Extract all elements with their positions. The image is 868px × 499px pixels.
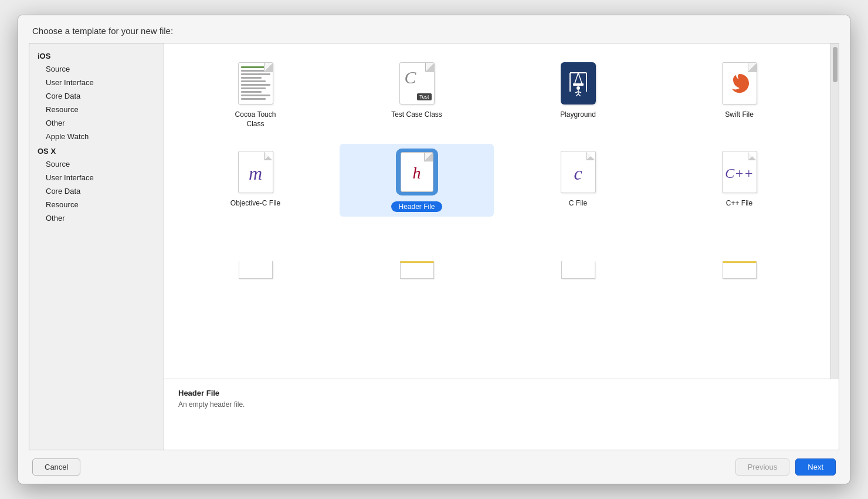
svg-line-11 xyxy=(578,94,581,96)
c-file-icon: c xyxy=(557,149,599,195)
template-swift-file[interactable]: Swift File xyxy=(662,55,816,133)
sidebar-item-osx-resource[interactable]: Resource xyxy=(29,198,164,211)
sidebar-item-ios-other[interactable]: Other xyxy=(29,116,164,130)
template-partial-1[interactable] xyxy=(178,227,333,287)
dialog-body: iOS Source User Interface Core Data Reso… xyxy=(29,43,839,450)
sidebar-item-osx-other[interactable]: Other xyxy=(29,211,164,225)
svg-line-3 xyxy=(575,73,578,83)
template-partial-3[interactable] xyxy=(501,227,655,287)
template-cpp-file[interactable]: C++ C++ File xyxy=(662,144,816,217)
header-file-icon: h xyxy=(396,149,438,195)
sidebar: iOS Source User Interface Core Data Reso… xyxy=(29,43,164,450)
button-group: Previous Next xyxy=(735,458,836,476)
swift-file-label: Swift File xyxy=(725,110,754,120)
svg-point-6 xyxy=(577,86,580,90)
template-grid: Cocoa TouchClass C Test Test Case Class xyxy=(178,55,816,287)
template-playground[interactable]: Playground xyxy=(501,55,655,133)
cpp-file-label: C++ File xyxy=(726,199,752,208)
sidebar-item-osx-coredata[interactable]: Core Data xyxy=(29,184,164,198)
description-title: Header File xyxy=(178,389,825,397)
sidebar-item-osx-ui[interactable]: User Interface xyxy=(29,171,164,184)
template-header-file[interactable]: h Header File xyxy=(340,144,494,217)
template-partial-2[interactable] xyxy=(340,227,494,287)
swift-file-icon xyxy=(718,60,761,107)
template-partial-4[interactable] xyxy=(662,227,816,287)
sidebar-item-ios-ui[interactable]: User Interface xyxy=(29,76,164,89)
sidebar-item-ios-resource[interactable]: Resource xyxy=(29,103,164,116)
test-case-class-label: Test Case Class xyxy=(391,110,442,120)
test-case-class-icon: C Test xyxy=(396,60,438,107)
previous-button[interactable]: Previous xyxy=(735,458,790,476)
partial-icon-4 xyxy=(718,232,761,279)
sidebar-group-ios[interactable]: iOS xyxy=(29,48,164,62)
template-cocoa-touch-class[interactable]: Cocoa TouchClass xyxy=(178,55,333,133)
partial-icon-3 xyxy=(557,232,599,279)
svg-rect-5 xyxy=(573,83,584,86)
sidebar-item-ios-applewatch[interactable]: Apple Watch xyxy=(29,130,164,143)
next-button[interactable]: Next xyxy=(795,458,836,476)
c-file-label: C File xyxy=(569,199,587,208)
cocoa-touch-class-label: Cocoa TouchClass xyxy=(235,110,276,129)
template-test-case-class[interactable]: C Test Test Case Class xyxy=(340,55,494,133)
description-text: An empty header file. xyxy=(178,400,825,409)
cocoa-touch-class-icon xyxy=(235,60,277,107)
description-area: Header File An empty header file. xyxy=(164,379,839,450)
svg-line-4 xyxy=(578,73,582,83)
playground-icon xyxy=(557,60,599,107)
sidebar-group-osx[interactable]: OS X xyxy=(29,143,164,157)
template-grid-container: Cocoa TouchClass C Test Test Case Class xyxy=(164,43,830,379)
partial-icon-1 xyxy=(235,232,277,279)
sidebar-item-ios-source[interactable]: Source xyxy=(29,62,164,76)
scrollbar-thumb[interactable] xyxy=(833,47,838,82)
objc-file-label: Objective-C File xyxy=(230,199,280,208)
main-area: Cocoa TouchClass C Test Test Case Class xyxy=(164,43,839,450)
partial-icon-2 xyxy=(396,232,438,279)
cancel-button[interactable]: Cancel xyxy=(32,458,80,476)
dialog-footer: Cancel Previous Next xyxy=(18,450,850,484)
new-file-dialog: Choose a template for your new file: iOS… xyxy=(18,15,850,484)
cpp-file-icon: C++ xyxy=(718,149,761,195)
svg-line-10 xyxy=(576,94,578,96)
playground-label: Playground xyxy=(560,110,596,120)
dialog-title: Choose a template for your new file: xyxy=(18,15,850,43)
scrollbar[interactable] xyxy=(830,43,839,379)
objc-file-icon: m xyxy=(235,149,277,195)
header-file-selected-badge: Header File xyxy=(391,201,442,212)
sidebar-item-osx-source[interactable]: Source xyxy=(29,157,164,171)
template-c-file[interactable]: c C File xyxy=(501,144,655,217)
template-objc-file[interactable]: m Objective-C File xyxy=(178,144,333,217)
sidebar-item-ios-coredata[interactable]: Core Data xyxy=(29,89,164,103)
